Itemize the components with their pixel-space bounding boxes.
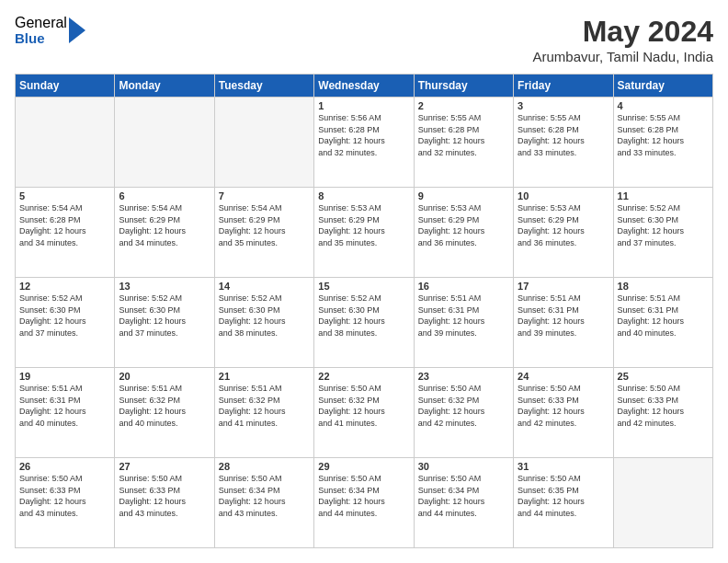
- logo-icon: [69, 17, 85, 43]
- day-number: 1: [318, 100, 409, 111]
- day-info: Sunrise: 5:54 AM Sunset: 6:28 PM Dayligh…: [19, 202, 110, 248]
- calendar-cell: 12Sunrise: 5:52 AM Sunset: 6:30 PM Dayli…: [16, 278, 115, 368]
- day-info: Sunrise: 5:53 AM Sunset: 6:29 PM Dayligh…: [318, 202, 409, 248]
- header-monday: Monday: [115, 75, 214, 98]
- day-number: 13: [119, 281, 210, 292]
- calendar-cell: 16Sunrise: 5:51 AM Sunset: 6:31 PM Dayli…: [414, 278, 513, 368]
- day-info: Sunrise: 5:55 AM Sunset: 6:28 PM Dayligh…: [518, 112, 609, 158]
- calendar-cell: 13Sunrise: 5:52 AM Sunset: 6:30 PM Dayli…: [115, 278, 214, 368]
- day-number: 20: [119, 371, 210, 382]
- calendar-cell: 15Sunrise: 5:52 AM Sunset: 6:30 PM Dayli…: [314, 278, 414, 368]
- week-row-3: 12Sunrise: 5:52 AM Sunset: 6:30 PM Dayli…: [16, 278, 713, 368]
- day-info: Sunrise: 5:51 AM Sunset: 6:31 PM Dayligh…: [19, 383, 110, 429]
- week-row-4: 19Sunrise: 5:51 AM Sunset: 6:31 PM Dayli…: [16, 368, 713, 458]
- calendar-cell: 2Sunrise: 5:55 AM Sunset: 6:28 PM Daylig…: [414, 98, 513, 188]
- day-number: 12: [19, 281, 110, 292]
- day-number: 16: [418, 281, 509, 292]
- calendar-cell: 3Sunrise: 5:55 AM Sunset: 6:28 PM Daylig…: [514, 98, 613, 188]
- calendar-cell: [16, 98, 115, 188]
- day-number: 5: [19, 190, 110, 201]
- day-number: 3: [518, 100, 609, 111]
- day-info: Sunrise: 5:56 AM Sunset: 6:28 PM Dayligh…: [318, 112, 409, 158]
- day-number: 30: [418, 461, 509, 472]
- day-number: 18: [618, 281, 709, 292]
- day-info: Sunrise: 5:54 AM Sunset: 6:29 PM Dayligh…: [119, 202, 210, 248]
- calendar-cell: 19Sunrise: 5:51 AM Sunset: 6:31 PM Dayli…: [16, 368, 115, 458]
- day-number: 31: [518, 461, 609, 472]
- header-thursday: Thursday: [414, 75, 513, 98]
- header: General Blue May 2024 Arumbavur, Tamil N…: [15, 15, 713, 64]
- day-info: Sunrise: 5:50 AM Sunset: 6:33 PM Dayligh…: [518, 383, 609, 429]
- calendar-cell: 28Sunrise: 5:50 AM Sunset: 6:34 PM Dayli…: [214, 458, 313, 548]
- header-friday: Friday: [514, 75, 613, 98]
- day-number: 29: [318, 461, 409, 472]
- day-info: Sunrise: 5:50 AM Sunset: 6:33 PM Dayligh…: [119, 473, 210, 519]
- day-number: 23: [418, 371, 509, 382]
- day-number: 27: [119, 461, 210, 472]
- day-info: Sunrise: 5:54 AM Sunset: 6:29 PM Dayligh…: [219, 202, 310, 248]
- day-info: Sunrise: 5:52 AM Sunset: 6:30 PM Dayligh…: [219, 293, 310, 339]
- day-info: Sunrise: 5:50 AM Sunset: 6:32 PM Dayligh…: [318, 383, 409, 429]
- calendar-cell: 25Sunrise: 5:50 AM Sunset: 6:33 PM Dayli…: [613, 368, 712, 458]
- week-row-1: 1Sunrise: 5:56 AM Sunset: 6:28 PM Daylig…: [16, 98, 713, 188]
- day-number: 6: [119, 190, 210, 201]
- month-title: May 2024: [533, 15, 714, 49]
- day-info: Sunrise: 5:52 AM Sunset: 6:30 PM Dayligh…: [618, 202, 709, 248]
- calendar-header: Sunday Monday Tuesday Wednesday Thursday…: [16, 75, 713, 98]
- day-number: 19: [19, 371, 110, 382]
- calendar-cell: [613, 458, 712, 548]
- calendar-cell: 17Sunrise: 5:51 AM Sunset: 6:31 PM Dayli…: [514, 278, 613, 368]
- calendar-cell: 8Sunrise: 5:53 AM Sunset: 6:29 PM Daylig…: [314, 188, 414, 278]
- day-info: Sunrise: 5:50 AM Sunset: 6:35 PM Dayligh…: [518, 473, 609, 519]
- calendar-cell: 23Sunrise: 5:50 AM Sunset: 6:32 PM Dayli…: [414, 368, 513, 458]
- day-info: Sunrise: 5:50 AM Sunset: 6:33 PM Dayligh…: [618, 383, 709, 429]
- calendar-cell: 14Sunrise: 5:52 AM Sunset: 6:30 PM Dayli…: [214, 278, 313, 368]
- day-info: Sunrise: 5:52 AM Sunset: 6:30 PM Dayligh…: [318, 293, 409, 339]
- day-info: Sunrise: 5:52 AM Sunset: 6:30 PM Dayligh…: [19, 293, 110, 339]
- header-wednesday: Wednesday: [314, 75, 414, 98]
- calendar-body: 1Sunrise: 5:56 AM Sunset: 6:28 PM Daylig…: [16, 98, 713, 548]
- day-number: 14: [219, 281, 310, 292]
- calendar-cell: 20Sunrise: 5:51 AM Sunset: 6:32 PM Dayli…: [115, 368, 214, 458]
- calendar-cell: 11Sunrise: 5:52 AM Sunset: 6:30 PM Dayli…: [613, 188, 712, 278]
- calendar-cell: 26Sunrise: 5:50 AM Sunset: 6:33 PM Dayli…: [16, 458, 115, 548]
- calendar-cell: [115, 98, 214, 188]
- header-sunday: Sunday: [16, 75, 115, 98]
- day-number: 25: [618, 371, 709, 382]
- logo-text: General Blue: [15, 15, 67, 46]
- day-info: Sunrise: 5:52 AM Sunset: 6:30 PM Dayligh…: [119, 293, 210, 339]
- day-number: 15: [318, 281, 409, 292]
- logo-general: General: [15, 15, 67, 31]
- header-tuesday: Tuesday: [214, 75, 313, 98]
- day-info: Sunrise: 5:50 AM Sunset: 6:34 PM Dayligh…: [418, 473, 509, 519]
- day-info: Sunrise: 5:50 AM Sunset: 6:34 PM Dayligh…: [219, 473, 310, 519]
- calendar: Sunday Monday Tuesday Wednesday Thursday…: [15, 74, 713, 548]
- calendar-cell: 27Sunrise: 5:50 AM Sunset: 6:33 PM Dayli…: [115, 458, 214, 548]
- day-number: 26: [19, 461, 110, 472]
- calendar-cell: 29Sunrise: 5:50 AM Sunset: 6:34 PM Dayli…: [314, 458, 414, 548]
- page: General Blue May 2024 Arumbavur, Tamil N…: [0, 0, 728, 563]
- calendar-cell: 9Sunrise: 5:53 AM Sunset: 6:29 PM Daylig…: [414, 188, 513, 278]
- day-number: 2: [418, 100, 509, 111]
- day-number: 10: [518, 190, 609, 201]
- day-number: 8: [318, 190, 409, 201]
- day-number: 4: [618, 100, 709, 111]
- day-info: Sunrise: 5:50 AM Sunset: 6:34 PM Dayligh…: [318, 473, 409, 519]
- day-number: 28: [219, 461, 310, 472]
- day-info: Sunrise: 5:51 AM Sunset: 6:32 PM Dayligh…: [119, 383, 210, 429]
- calendar-cell: [214, 98, 313, 188]
- calendar-cell: 1Sunrise: 5:56 AM Sunset: 6:28 PM Daylig…: [314, 98, 414, 188]
- header-saturday: Saturday: [613, 75, 712, 98]
- week-row-2: 5Sunrise: 5:54 AM Sunset: 6:28 PM Daylig…: [16, 188, 713, 278]
- calendar-cell: 10Sunrise: 5:53 AM Sunset: 6:29 PM Dayli…: [514, 188, 613, 278]
- calendar-cell: 4Sunrise: 5:55 AM Sunset: 6:28 PM Daylig…: [613, 98, 712, 188]
- calendar-cell: 30Sunrise: 5:50 AM Sunset: 6:34 PM Dayli…: [414, 458, 513, 548]
- week-row-5: 26Sunrise: 5:50 AM Sunset: 6:33 PM Dayli…: [16, 458, 713, 548]
- calendar-cell: 22Sunrise: 5:50 AM Sunset: 6:32 PM Dayli…: [314, 368, 414, 458]
- day-info: Sunrise: 5:51 AM Sunset: 6:32 PM Dayligh…: [219, 383, 310, 429]
- title-block: May 2024 Arumbavur, Tamil Nadu, India: [533, 15, 714, 64]
- calendar-cell: 21Sunrise: 5:51 AM Sunset: 6:32 PM Dayli…: [214, 368, 313, 458]
- day-number: 9: [418, 190, 509, 201]
- calendar-cell: 6Sunrise: 5:54 AM Sunset: 6:29 PM Daylig…: [115, 188, 214, 278]
- svg-marker-0: [69, 17, 85, 43]
